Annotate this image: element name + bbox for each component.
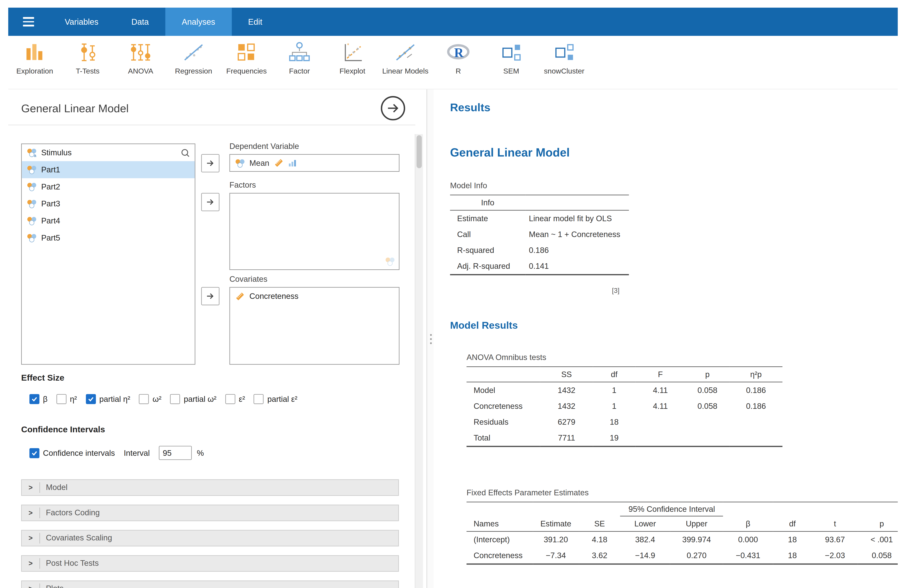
table-row: Concreteness −7.34 3.62 −14.9 0.270 −0.4… bbox=[467, 548, 898, 564]
section-post-hoc-tests[interactable]: > Post Hoc Tests bbox=[21, 555, 399, 572]
dependent-variable-label: Dependent Variable bbox=[230, 142, 299, 151]
footnote-marker: [3] bbox=[450, 287, 629, 294]
run-collapse-button[interactable] bbox=[380, 96, 406, 121]
chevron-right-icon: > bbox=[22, 585, 40, 588]
factors-box[interactable] bbox=[230, 193, 399, 270]
table-row: Total 7711 19 bbox=[467, 430, 783, 446]
covariate-item-concreteness[interactable]: Concreteness bbox=[230, 287, 399, 304]
checkbox-beta[interactable]: β bbox=[29, 394, 48, 404]
variable-label: Part4 bbox=[41, 217, 190, 225]
dependent-variable-box[interactable]: Mean bbox=[230, 154, 399, 172]
hamburger-menu-button[interactable] bbox=[8, 8, 48, 36]
move-to-covariates-button[interactable] bbox=[201, 287, 220, 306]
model-info-table: Info Estimate Linear model fit by OLS Ca… bbox=[450, 194, 629, 275]
checkbox-omega-squared[interactable]: ω² bbox=[139, 394, 161, 404]
checkbox-icon[interactable] bbox=[86, 394, 96, 404]
toolbar-item-regression[interactable]: Regression bbox=[167, 36, 220, 75]
section-covariates-scaling[interactable]: > Covariates Scaling bbox=[21, 530, 399, 547]
nominal-variable-icon bbox=[27, 165, 37, 175]
variable-label: Stimulus bbox=[41, 148, 177, 157]
hamburger-icon bbox=[23, 17, 34, 26]
checkbox-partial-eta-squared[interactable]: partial η² bbox=[86, 394, 130, 404]
checkbox-partial-omega-squared[interactable]: partial ω² bbox=[170, 394, 216, 404]
checkbox-confidence-intervals[interactable]: Confidence intervals bbox=[29, 448, 115, 458]
checkbox-partial-epsilon-squared[interactable]: partial ε² bbox=[254, 394, 297, 404]
fixed-effects-table-title: Fixed Effects Parameter Estimates bbox=[467, 488, 898, 497]
effect-size-options-row: β η² partial η² ω² partial ω² ε² bbox=[29, 394, 297, 404]
tab-analyses[interactable]: Analyses bbox=[165, 8, 231, 36]
search-icon[interactable] bbox=[181, 148, 190, 157]
nominal-variable-icon bbox=[27, 216, 37, 226]
toolbar-item-snowcluster[interactable]: snowCluster bbox=[538, 36, 590, 75]
checkbox-icon[interactable] bbox=[56, 394, 66, 404]
list-item-part1[interactable]: Part1 bbox=[22, 161, 195, 178]
arrow-right-icon bbox=[206, 198, 215, 207]
effect-size-heading: Effect Size bbox=[21, 373, 64, 382]
model-info-block[interactable]: Model Info Info Estimate Linear model fi… bbox=[450, 181, 629, 294]
toolbar-item-label: snowCluster bbox=[544, 67, 584, 75]
checkbox-epsilon-squared[interactable]: ε² bbox=[225, 394, 245, 404]
toolbar-item-frequencies[interactable]: Frequencies bbox=[220, 36, 273, 75]
nominal-variable-icon bbox=[234, 158, 245, 168]
interval-label: Interval bbox=[124, 449, 150, 457]
variable-label: Part3 bbox=[41, 199, 190, 208]
options-scrollbar[interactable] bbox=[415, 134, 423, 588]
toolbar-item-label: Flexplot bbox=[340, 67, 365, 75]
toolbar-item-ttests[interactable]: T-Tests bbox=[61, 36, 114, 75]
list-item-part5[interactable]: Part5 bbox=[22, 229, 195, 247]
move-to-dependent-button[interactable] bbox=[201, 154, 220, 172]
anova-table-title: ANOVA Omnibus tests bbox=[467, 353, 761, 362]
toolbar-item-linear-models[interactable]: Linear Models bbox=[379, 36, 432, 75]
toolbar-item-anova[interactable]: ANOVA bbox=[114, 36, 167, 75]
title-separator bbox=[8, 124, 415, 125]
section-factors-coding[interactable]: > Factors Coding bbox=[21, 505, 399, 521]
fixed-effects-block[interactable]: Fixed Effects Parameter Estimates 95% Co… bbox=[467, 488, 898, 564]
tab-edit[interactable]: Edit bbox=[231, 8, 279, 36]
toolbar-item-r[interactable]: R R bbox=[432, 36, 485, 75]
toolbar-item-label: Frequencies bbox=[226, 67, 266, 75]
toolbar-item-flexplot[interactable]: * Flexplot bbox=[326, 36, 379, 75]
glm-options-panel: General Linear Model a Stimulus Part1 Pa… bbox=[8, 89, 426, 588]
anova-omnibus-block[interactable]: ANOVA Omnibus tests SS df F p η²p Model bbox=[467, 353, 761, 447]
chevron-right-icon: > bbox=[22, 483, 40, 492]
covariates-box[interactable]: Concreteness bbox=[230, 287, 399, 365]
exploration-bar-chart-icon bbox=[24, 40, 46, 65]
toolbar-item-label: Exploration bbox=[16, 67, 53, 75]
chevron-right-icon: > bbox=[22, 534, 40, 542]
toolbar-item-sem[interactable]: SEM bbox=[485, 36, 538, 75]
confidence-intervals-row: Confidence intervals Interval % bbox=[29, 446, 204, 460]
results-glm-heading: General Linear Model bbox=[450, 146, 570, 159]
tab-data[interactable]: Data bbox=[115, 8, 165, 36]
covariate-label: Concreteness bbox=[249, 292, 394, 301]
ttests-errorbars-icon bbox=[77, 40, 99, 65]
list-item-part4[interactable]: Part4 bbox=[22, 212, 195, 229]
covariates-label: Covariates bbox=[230, 275, 267, 284]
checkbox-eta-squared[interactable]: η² bbox=[56, 394, 77, 404]
interval-input[interactable] bbox=[159, 446, 191, 460]
section-model[interactable]: > Model bbox=[21, 479, 399, 496]
checkbox-icon[interactable] bbox=[29, 448, 40, 458]
panel-splitter[interactable] bbox=[426, 89, 434, 588]
nominal-variable-icon: a bbox=[27, 148, 37, 158]
list-item-part2[interactable]: Part2 bbox=[22, 178, 195, 195]
nominal-variable-icon bbox=[27, 182, 37, 192]
list-item-part3[interactable]: Part3 bbox=[22, 195, 195, 212]
checkbox-icon[interactable] bbox=[29, 394, 40, 404]
table-row: R-squared 0.186 bbox=[450, 242, 629, 258]
mini-bar-chart-icon bbox=[288, 159, 297, 167]
svg-text:R: R bbox=[454, 46, 464, 60]
table-row: Call Mean ~ 1 + Concreteness bbox=[450, 226, 629, 242]
checkbox-icon[interactable] bbox=[139, 394, 149, 404]
list-item-stimulus[interactable]: a Stimulus bbox=[22, 144, 195, 161]
scrollbar-thumb[interactable] bbox=[416, 135, 421, 168]
checkbox-icon[interactable] bbox=[225, 394, 236, 404]
continuous-ruler-icon bbox=[234, 291, 245, 301]
toolbar-item-exploration[interactable]: Exploration bbox=[8, 36, 61, 75]
chevron-right-icon: > bbox=[22, 559, 40, 567]
toolbar-item-factor[interactable]: Factor bbox=[273, 36, 326, 75]
move-to-factors-button[interactable] bbox=[201, 193, 220, 211]
checkbox-icon[interactable] bbox=[170, 394, 180, 404]
checkbox-icon[interactable] bbox=[254, 394, 264, 404]
tab-variables[interactable]: Variables bbox=[48, 8, 115, 36]
section-plots[interactable]: > Plots bbox=[21, 581, 399, 588]
